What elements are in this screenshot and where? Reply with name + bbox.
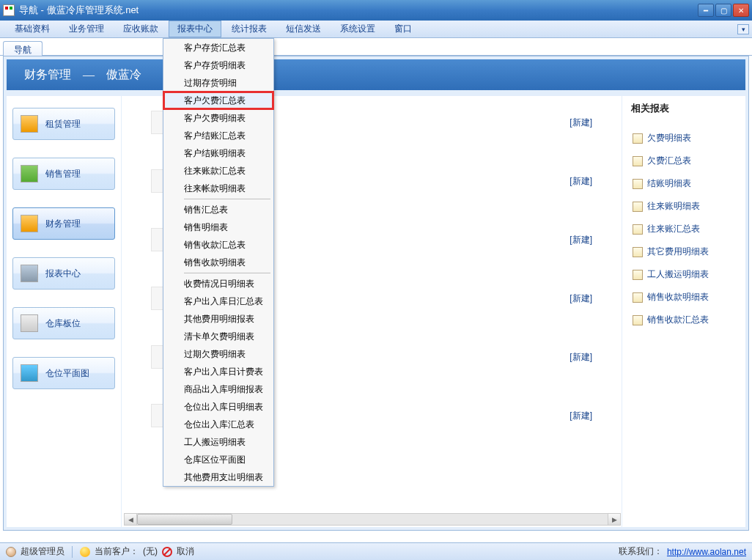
report-dropdown-menu: 客户存货汇总表客户存货明细表过期存货明细客户欠费汇总表客户欠费明细表客户结账汇总…: [163, 38, 274, 56]
tabstrip: 导航: [0, 38, 752, 56]
menu-business[interactable]: 业务管理: [60, 21, 113, 37]
window-title: 导航 - 傲蓝冷库管理系统.net: [19, 4, 698, 17]
toolbar-overflow-button[interactable]: ▾: [737, 24, 749, 34]
menu-receivable[interactable]: 应收账款: [114, 21, 167, 37]
menu-settings[interactable]: 系统设置: [331, 21, 384, 37]
menubar: 基础资料 业务管理 应收账款 报表中心 统计报表 短信发送 系统设置 窗口 ▾: [0, 21, 752, 38]
maximize-button[interactable]: ▢: [715, 4, 731, 17]
menu-report-center[interactable]: 报表中心: [169, 21, 221, 37]
menu-window[interactable]: 窗口: [386, 21, 421, 37]
minimize-button[interactable]: ━: [698, 4, 714, 17]
menu-basic-data[interactable]: 基础资料: [6, 21, 59, 37]
close-button[interactable]: ✕: [733, 4, 749, 17]
app-icon: [3, 4, 15, 16]
titlebar: 导航 - 傲蓝冷库管理系统.net ━ ▢ ✕: [0, 0, 752, 21]
dropdown-item[interactable]: 客户存货汇总表: [163, 39, 273, 56]
menu-stats[interactable]: 统计报表: [223, 21, 276, 37]
menu-sms[interactable]: 短信发送: [277, 21, 330, 37]
tab-navigation[interactable]: 导航: [3, 41, 43, 56]
window-buttons: ━ ▢ ✕: [698, 4, 749, 17]
